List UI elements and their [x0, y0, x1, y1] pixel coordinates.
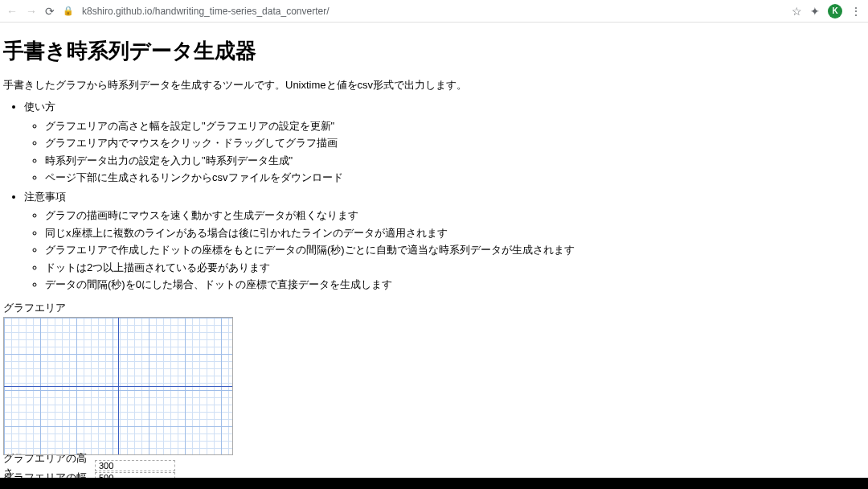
- list-item: データの間隔(秒)を0にした場合、ドットの座標で直接データを生成します: [45, 277, 865, 293]
- usage-heading: 使い方: [24, 99, 865, 115]
- notes-list: グラフの描画時にマウスを速く動かすと生成データが粗くなります 同じx座標上に複数…: [24, 208, 865, 293]
- list-item: 時系列データ出力の設定を入力し"時系列データ生成": [45, 153, 865, 169]
- page-title: 手書き時系列データ生成器: [3, 37, 865, 65]
- intro-text: 手書きしたグラフから時系列データを生成するツールです。Unixtimeと値をcs…: [3, 78, 865, 92]
- extensions-icon[interactable]: ✦: [810, 5, 820, 18]
- list-item: グラフエリア内でマウスをクリック・ドラッグしてグラフ描画: [45, 135, 865, 151]
- list-item: グラフの描画時にマウスを速く動かすと生成データが粗くなります: [45, 208, 865, 224]
- back-icon[interactable]: ←: [6, 5, 18, 18]
- url-text[interactable]: k8shiro.github.io/handwriting_time-serie…: [82, 6, 330, 17]
- browser-toolbar: ← → ⟳ 🔒 k8shiro.github.io/handwriting_ti…: [0, 0, 868, 23]
- list-item: ページ下部に生成されるリンクからcsvファイルをダウンロード: [45, 170, 865, 186]
- bottom-strip: [0, 478, 868, 489]
- notes-heading: 注意事項: [24, 189, 865, 205]
- axis-horizontal: [4, 386, 232, 387]
- star-icon[interactable]: ☆: [792, 5, 802, 18]
- list-item: 同じx座標上に複数のラインがある場合は後に引かれたラインのデータが適用されます: [45, 225, 865, 241]
- usage-list: グラフエリアの高さと幅を設定し"グラフエリアの設定を更新" グラフエリア内でマウ…: [24, 118, 865, 186]
- avatar[interactable]: K: [828, 4, 842, 18]
- forward-icon[interactable]: →: [26, 5, 37, 18]
- graph-area-label: グラフエリア: [3, 301, 865, 315]
- reload-icon[interactable]: ⟳: [45, 5, 55, 18]
- height-input[interactable]: 300: [95, 460, 175, 471]
- graph-canvas[interactable]: [3, 317, 233, 455]
- list-item: ドットは2つ以上描画されている必要があります: [45, 260, 865, 276]
- lock-icon: 🔒: [63, 6, 74, 16]
- kebab-menu-icon[interactable]: ⋮: [850, 5, 862, 18]
- list-item: グラフエリアで作成したドットの座標をもとにデータの間隔(秒)ごとに自動で適当な時…: [45, 242, 865, 258]
- list-item: グラフエリアの高さと幅を設定し"グラフエリアの設定を更新": [45, 118, 865, 134]
